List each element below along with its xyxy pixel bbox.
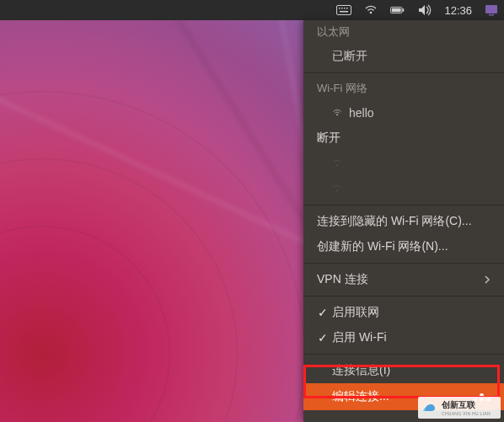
volume-icon[interactable] xyxy=(417,3,432,18)
svg-rect-4 xyxy=(346,8,348,9)
shutdown-icon[interactable] xyxy=(484,3,499,18)
svg-rect-11 xyxy=(489,14,494,16)
chevron-right-icon xyxy=(484,273,491,286)
wifi-network-hello[interactable]: hello xyxy=(303,100,504,126)
enable-networking-toggle[interactable]: ✓启用联网 xyxy=(303,300,504,325)
connection-info[interactable]: 连接信息(I) xyxy=(303,358,504,383)
ethernet-disconnected: 已断开 xyxy=(303,44,504,69)
svg-rect-2 xyxy=(341,8,343,9)
svg-point-12 xyxy=(336,114,338,115)
svg-rect-3 xyxy=(344,8,346,9)
separator xyxy=(303,354,504,355)
wifi-ghost-2 xyxy=(303,176,504,201)
wifi-ssid-label: hello xyxy=(349,106,374,120)
svg-rect-10 xyxy=(485,5,497,13)
check-icon: ✓ xyxy=(317,331,329,345)
ethernet-header: 以太网 xyxy=(303,20,504,44)
enable-wifi-toggle[interactable]: ✓启用 Wi-Fi xyxy=(303,325,504,350)
check-icon: ✓ xyxy=(317,306,329,319)
svg-rect-9 xyxy=(403,8,405,12)
keyboard-icon[interactable] xyxy=(336,3,351,18)
separator xyxy=(303,205,504,206)
separator xyxy=(303,72,504,73)
vpn-submenu[interactable]: VPN 连接 xyxy=(303,267,504,292)
separator xyxy=(303,263,504,264)
wifi-signal-icon xyxy=(332,158,342,168)
watermark-brand: 创新互联 xyxy=(442,399,491,411)
create-new-wifi[interactable]: 创建新的 Wi-Fi 网络(N)... xyxy=(303,234,504,259)
watermark-sub: CHUANG XIN HU LIAN xyxy=(442,411,491,416)
svg-point-13 xyxy=(336,164,338,166)
svg-point-6 xyxy=(370,12,373,14)
wifi-ghost-1 xyxy=(303,151,504,176)
wifi-signal-icon xyxy=(332,184,342,194)
network-indicator-menu: 以太网 已断开 Wi-Fi 网络 hello 断开 连接到隐藏的 Wi-Fi 网… xyxy=(303,20,504,422)
wifi-signal-icon xyxy=(332,108,342,118)
svg-rect-8 xyxy=(392,8,401,13)
svg-rect-5 xyxy=(340,11,348,13)
wifi-header: Wi-Fi 网络 xyxy=(303,77,504,100)
wifi-disconnect[interactable]: 断开 xyxy=(303,126,504,151)
clock[interactable]: 12:36 xyxy=(444,4,472,17)
battery-icon[interactable] xyxy=(390,3,405,18)
svg-point-14 xyxy=(336,190,338,191)
svg-rect-1 xyxy=(339,8,340,9)
watermark: 创新互联 CHUANG XIN HU LIAN xyxy=(418,397,501,419)
network-icon[interactable] xyxy=(363,3,378,18)
watermark-logo-icon xyxy=(421,399,438,416)
svg-rect-0 xyxy=(337,6,351,15)
separator xyxy=(303,296,504,296)
connect-hidden-wifi[interactable]: 连接到隐藏的 Wi-Fi 网络(C)... xyxy=(303,209,504,234)
top-menu-bar: 12:36 xyxy=(0,0,504,20)
